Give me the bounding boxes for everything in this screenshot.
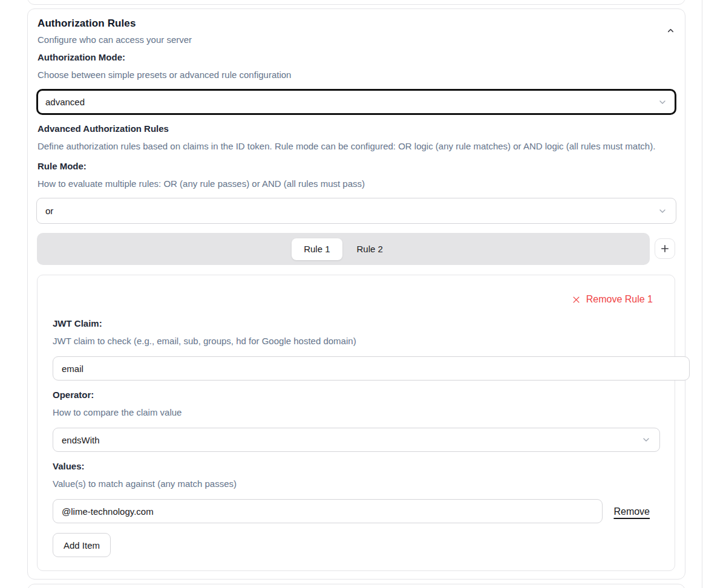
advanced-rules-description: Define authorization rules based on clai… [38, 141, 676, 151]
authorization-rules-card: Authorization Rules Configure who can ac… [27, 8, 685, 580]
chevron-up-icon [666, 26, 675, 35]
values-label: Values: [53, 461, 85, 471]
next-section-card [27, 584, 685, 588]
chevron-down-icon [641, 435, 651, 445]
chevron-down-icon [658, 206, 667, 216]
add-rule-button[interactable] [655, 238, 675, 259]
authorization-mode-description: Choose between simple presets or advance… [38, 70, 291, 80]
chevron-down-icon [658, 97, 667, 107]
rule-1-panel: Remove Rule 1 JWT Claim: JWT claim to ch… [37, 275, 675, 571]
remove-rule-button[interactable]: Remove Rule 1 [572, 294, 653, 305]
jwt-claim-description: JWT claim to check (e.g., email, sub, gr… [53, 336, 356, 346]
advanced-rules-label: Advanced Authorization Rules [38, 123, 169, 134]
section-subtitle: Configure who can access your server [38, 34, 192, 45]
add-item-button[interactable]: Add Item [53, 533, 111, 557]
rule-mode-select[interactable]: or [36, 198, 676, 224]
operator-label: Operator: [53, 390, 94, 400]
collapse-section-button[interactable] [664, 24, 677, 37]
tab-rule-1[interactable]: Rule 1 [292, 238, 342, 260]
page: Authorization Rules Configure who can ac… [0, 0, 703, 588]
authorization-mode-selected-value: advanced [45, 97, 85, 107]
rule-mode-label: Rule Mode: [38, 161, 87, 171]
operator-select[interactable]: endsWith [53, 428, 660, 452]
operator-description: How to compare the claim value [53, 407, 181, 417]
x-icon [572, 295, 581, 304]
page-right-border [702, 0, 702, 588]
values-description: Value(s) to match against (any match pas… [53, 479, 237, 489]
authorization-mode-select[interactable]: advanced [36, 89, 676, 115]
rule-mode-selected-value: or [45, 206, 53, 216]
jwt-claim-label: JWT Claim: [53, 318, 102, 328]
operator-selected-value: endsWith [62, 435, 100, 445]
remove-rule-label: Remove Rule 1 [586, 294, 653, 305]
section-title: Authorization Rules [38, 18, 136, 30]
remove-value-link[interactable]: Remove [613, 506, 650, 517]
rule-mode-description: How to evaluate multiple rules: OR (any … [38, 178, 365, 189]
authorization-mode-label: Authorization Mode: [38, 52, 125, 62]
previous-section-card [27, 0, 685, 5]
jwt-claim-input[interactable] [53, 356, 690, 381]
tab-rule-2[interactable]: Rule 2 [345, 238, 395, 260]
value-input[interactable] [53, 499, 603, 523]
rule-tabs: Rule 1 Rule 2 [37, 233, 650, 265]
plus-icon [659, 243, 670, 254]
